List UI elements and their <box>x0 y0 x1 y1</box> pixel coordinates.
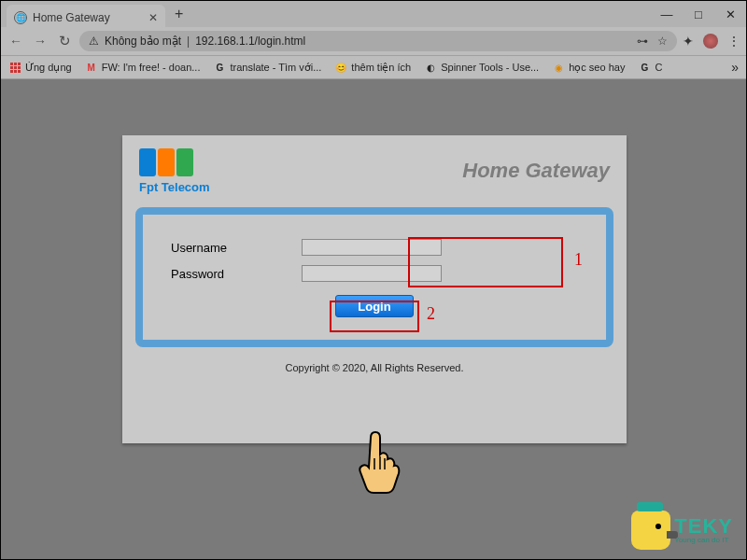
bookmark-label: translate - Tìm với... <box>230 62 321 74</box>
bookmark-item[interactable]: M FW: I'm free! - doan... <box>85 61 201 74</box>
fpt-logo: Fpt Telecom <box>139 147 210 194</box>
tab-close-icon[interactable]: ✕ <box>148 11 158 24</box>
bookmarks-overflow-icon[interactable]: » <box>731 60 739 75</box>
address-bar[interactable]: ⚠ Không bảo mật | 192.168.1.1/login.html… <box>79 31 677 51</box>
browser-tab[interactable]: 🌐 Home Gateway ✕ <box>7 5 165 27</box>
annotation-number-2: 2 <box>427 304 435 324</box>
spinner-icon: ◐ <box>424 61 437 74</box>
fpt-logo-blocks-icon <box>139 147 210 176</box>
window-controls: — □ ✕ <box>651 7 746 21</box>
password-label: Password <box>171 267 302 281</box>
window-close-button[interactable]: ✕ <box>714 7 746 21</box>
bookmark-item[interactable]: 😊 thêm tiện ích <box>334 61 411 74</box>
bookmark-label: C <box>655 62 662 73</box>
username-row: Username <box>171 239 578 256</box>
url-text: 192.168.1.1/login.html <box>195 35 305 48</box>
bookmark-label: FW: I'm free! - doan... <box>102 62 201 73</box>
gmail-icon: M <box>85 61 98 74</box>
seo-icon: ◉ <box>552 61 565 74</box>
back-button[interactable]: ← <box>7 34 25 49</box>
apps-button[interactable]: Ứng dụng <box>8 61 72 74</box>
panel-header: Fpt Telecom Home Gateway <box>122 135 627 202</box>
bookmark-label: Spinner Tools - Use... <box>441 62 539 73</box>
page-viewport: Fpt Telecom Home Gateway Username Passwo… <box>1 79 746 559</box>
profile-avatar-icon[interactable] <box>703 34 718 49</box>
browser-menu-icon[interactable]: ⋮ <box>727 34 740 49</box>
reload-button[interactable]: ↻ <box>55 33 74 49</box>
annotation-number-1: 1 <box>574 250 583 270</box>
bookmark-label: học seo hay <box>569 62 625 74</box>
saved-password-icon[interactable]: ⊶ <box>637 35 648 48</box>
bookmark-item[interactable]: ◉ học seo hay <box>552 61 625 74</box>
browser-toolbar: ← → ↻ ⚠ Không bảo mật | 192.168.1.1/logi… <box>1 27 746 55</box>
google-icon: G <box>638 61 651 74</box>
apps-label: Ứng dụng <box>25 62 72 74</box>
insecure-label: Không bảo mật <box>105 35 181 48</box>
login-box: Username Password Login 1 2 <box>135 207 613 347</box>
smiley-icon: 😊 <box>334 61 347 74</box>
tab-title: Home Gateway <box>33 11 110 24</box>
username-input[interactable] <box>302 239 442 256</box>
forward-button[interactable]: → <box>31 34 49 49</box>
window-minimize-button[interactable]: — <box>651 7 683 21</box>
browser-titlebar: 🌐 Home Gateway ✕ + — □ ✕ <box>1 1 746 27</box>
username-label: Username <box>171 241 302 255</box>
bookmark-label: thêm tiện ích <box>351 62 411 74</box>
password-row: Password <box>171 265 578 282</box>
page-title: Home Gateway <box>462 159 610 183</box>
password-input[interactable] <box>302 265 442 282</box>
bookmark-item[interactable]: G C <box>638 61 662 74</box>
teky-duck-icon <box>631 511 670 550</box>
insecure-icon: ⚠ <box>89 35 99 48</box>
bookmark-item[interactable]: G translate - Tìm với... <box>213 61 321 74</box>
teky-watermark: TEKY Young can do IT <box>631 511 733 550</box>
teky-brand: TEKY <box>674 516 733 537</box>
globe-icon: 🌐 <box>14 11 27 24</box>
bookmarks-bar: Ứng dụng M FW: I'm free! - doan... G tra… <box>1 55 746 79</box>
apps-grid-icon <box>8 61 21 74</box>
fpt-logo-text: Fpt Telecom <box>139 180 210 194</box>
teky-tagline: Young can do IT <box>674 537 733 544</box>
window-maximize-button[interactable]: □ <box>683 7 714 21</box>
bookmark-star-icon[interactable]: ☆ <box>657 35 668 48</box>
google-icon: G <box>213 61 226 74</box>
copyright-text: Copyright © 2020, All Rights Reserved. <box>122 362 627 373</box>
login-button[interactable]: Login <box>335 295 414 317</box>
extensions-icon[interactable]: ✦ <box>683 34 694 49</box>
new-tab-button[interactable]: + <box>175 6 183 22</box>
bookmark-item[interactable]: ◐ Spinner Tools - Use... <box>424 61 539 74</box>
login-panel: Fpt Telecom Home Gateway Username Passwo… <box>122 135 627 443</box>
